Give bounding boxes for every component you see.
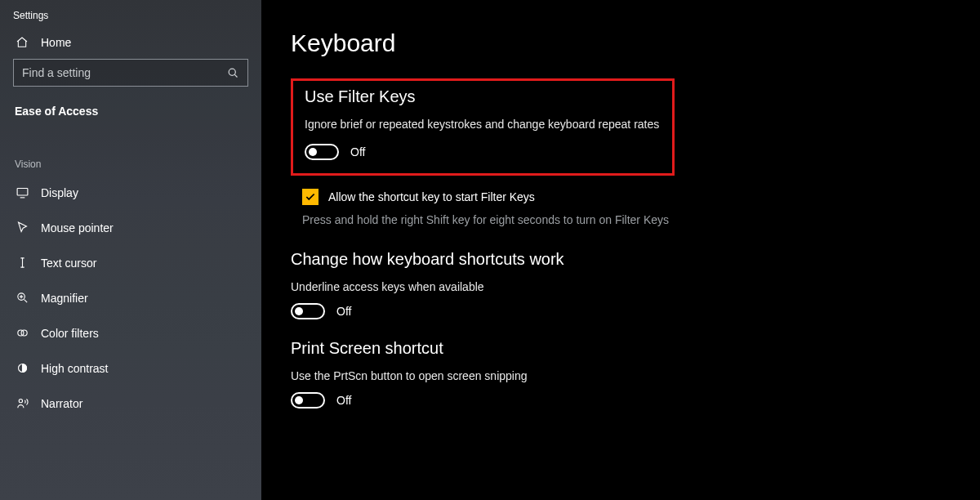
magnifier-icon: [15, 291, 29, 305]
filter-keys-desc: Ignore brief or repeated keystrokes and …: [305, 116, 661, 132]
sidebar-item-label: Narrator: [41, 397, 82, 410]
text-cursor-icon: [15, 256, 29, 270]
filter-keys-toggle[interactable]: [305, 144, 339, 160]
svg-point-0: [229, 69, 235, 75]
prtscn-section: Print Screen shortcut Use the PrtScn but…: [291, 339, 951, 408]
filter-keys-toggle-state: Off: [350, 145, 365, 158]
display-icon: [15, 185, 29, 199]
prtscn-toggle[interactable]: [291, 392, 325, 408]
cursor-icon: [15, 221, 29, 234]
search-input[interactable]: [22, 66, 227, 79]
search-box[interactable]: [13, 59, 248, 87]
filter-keys-heading: Use Filter Keys: [305, 87, 661, 106]
prtscn-desc: Use the PrtScn button to open screen sni…: [291, 369, 951, 382]
sidebar-item-text-cursor[interactable]: Text cursor: [0, 245, 261, 280]
sidebar-item-narrator[interactable]: Narrator: [0, 386, 261, 421]
app-title: Settings: [0, 0, 261, 26]
sidebar-item-label: Magnifier: [41, 292, 88, 305]
shortcuts-desc: Underline access keys when available: [291, 280, 951, 293]
sidebar-item-label: Mouse pointer: [41, 221, 114, 234]
sidebar-home[interactable]: Home: [0, 26, 261, 59]
home-icon: [15, 36, 29, 49]
sidebar-item-color-filters[interactable]: Color filters: [0, 315, 261, 350]
narrator-icon: [15, 396, 29, 410]
underline-access-keys-toggle[interactable]: [291, 303, 325, 319]
sidebar-item-label: Display: [41, 186, 78, 199]
category-label: Ease of Access: [0, 98, 261, 126]
sidebar-item-high-contrast[interactable]: High contrast: [0, 350, 261, 386]
color-filters-icon: [15, 326, 29, 340]
prtscn-state: Off: [336, 394, 351, 407]
sidebar-item-label: High contrast: [41, 362, 108, 375]
prtscn-heading: Print Screen shortcut: [291, 339, 951, 358]
home-label: Home: [41, 36, 71, 49]
shortcuts-heading: Change how keyboard shortcuts work: [291, 250, 951, 269]
underline-access-keys-state: Off: [336, 305, 351, 318]
sidebar: Settings Home Ease of Access Vision: [0, 0, 261, 500]
section-vision: Vision: [0, 126, 261, 175]
sidebar-item-label: Text cursor: [41, 257, 96, 270]
filter-keys-section-highlight: Use Filter Keys Ignore brief or repeated…: [291, 78, 675, 176]
svg-point-6: [19, 400, 22, 403]
main-content: Keyboard Use Filter Keys Ignore brief or…: [261, 0, 980, 500]
filter-keys-checkbox-label: Allow the shortcut key to start Filter K…: [328, 190, 535, 203]
shortcuts-section: Change how keyboard shortcuts work Under…: [291, 250, 951, 319]
svg-rect-1: [17, 189, 28, 196]
sidebar-item-mouse-pointer[interactable]: Mouse pointer: [0, 210, 261, 245]
filter-keys-hint: Press and hold the right Shift key for e…: [302, 212, 678, 228]
page-title: Keyboard: [291, 29, 951, 57]
search-icon: [227, 67, 239, 79]
filter-keys-shortcut-checkbox[interactable]: [302, 189, 318, 205]
svg-point-4: [21, 330, 27, 336]
sidebar-item-label: Color filters: [41, 327, 99, 340]
sidebar-item-magnifier[interactable]: Magnifier: [0, 280, 261, 315]
high-contrast-icon: [15, 361, 29, 375]
sidebar-item-display[interactable]: Display: [0, 175, 261, 210]
